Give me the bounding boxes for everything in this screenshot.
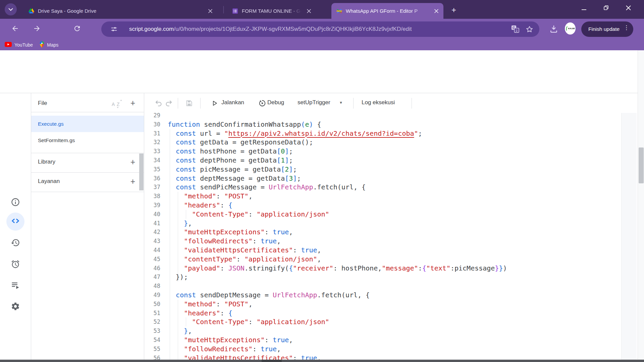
code-line[interactable]: 38 "method": "POST",	[144, 192, 637, 201]
tab-close-icon[interactable]	[433, 7, 440, 15]
line-number[interactable]: 30	[144, 120, 160, 129]
sidebar-item-overview[interactable]	[6, 194, 24, 212]
tab-close-icon[interactable]	[305, 7, 313, 15]
run-button[interactable]	[210, 99, 219, 108]
debug-label[interactable]: Debug	[267, 99, 284, 106]
line-number[interactable]: 45	[144, 255, 160, 264]
line-number[interactable]: 51	[144, 309, 160, 318]
line-number[interactable]: 39	[144, 201, 160, 210]
line-number[interactable]: 52	[144, 317, 160, 326]
file-item[interactable]: SetFormItem.gs	[31, 132, 144, 148]
code-line[interactable]: 40 "Content-Type": "application/json"	[144, 210, 637, 219]
translate-icon[interactable]: G文	[510, 24, 521, 35]
browser-tab[interactable]: WhatsApp API GForm - Editor P	[331, 3, 443, 19]
line-number[interactable]: 53	[144, 326, 160, 336]
code-line[interactable]: 39 "headers": {	[144, 201, 637, 210]
forward-button[interactable]	[32, 24, 42, 35]
browser-menu-icon[interactable]: ⋮	[624, 24, 629, 31]
code-line[interactable]: 33 const hostPhone = getData[0];	[144, 147, 637, 156]
code-line[interactable]: 32 const getData = getResponseData();	[144, 138, 637, 147]
reload-button[interactable]	[72, 24, 83, 35]
add-library-button[interactable]: +	[128, 157, 137, 167]
page-scrollbar[interactable]	[638, 50, 644, 362]
sidebar-item-project-history[interactable]	[6, 234, 24, 252]
line-number[interactable]: 34	[144, 156, 160, 165]
add-layanan-button[interactable]: +	[128, 177, 137, 186]
function-selector[interactable]: setUpTrigger	[298, 99, 330, 106]
debug-button[interactable]	[258, 99, 267, 108]
line-number[interactable]: 56	[144, 354, 160, 360]
line-number[interactable]: 38	[144, 192, 160, 201]
run-label[interactable]: Jalankan	[221, 99, 244, 106]
code-line[interactable]: 41 },	[144, 219, 637, 228]
line-number[interactable]: 43	[144, 237, 160, 246]
code-line[interactable]: 47 });	[144, 273, 637, 282]
sidebar-item-editor[interactable]	[6, 213, 24, 231]
minimize-button[interactable]	[576, 0, 592, 17]
line-number[interactable]: 36	[144, 174, 160, 183]
save-button[interactable]	[184, 99, 194, 108]
code-line[interactable]: 46 "payload": JSON.stringify({"receiver"…	[144, 264, 637, 273]
tab-search-button[interactable]	[5, 3, 17, 15]
line-number[interactable]: 49	[144, 291, 160, 300]
page-scrollbar-thumb[interactable]	[639, 147, 644, 183]
line-number[interactable]: 35	[144, 165, 160, 174]
bookmark-maps[interactable]: Maps	[40, 40, 58, 50]
code-line[interactable]: 34 const deptPhone = getData[1];	[144, 156, 637, 165]
code-line[interactable]: 56 "validateHttpsCertificates": true,	[144, 354, 637, 360]
line-number[interactable]: 32	[144, 138, 160, 147]
line-number[interactable]: 31	[144, 129, 160, 138]
avatar[interactable]: KALBE	[565, 23, 576, 34]
browser-tab[interactable]: FORM TAMU ONLINE - Google	[227, 3, 316, 19]
redo-button[interactable]	[164, 99, 173, 108]
code-line[interactable]: 55 "followRedirects": true,	[144, 345, 637, 354]
code-editor[interactable]: 2930function sendConfirmationWhatsapp(e)…	[144, 113, 637, 360]
line-number[interactable]: 50	[144, 300, 160, 309]
code-line[interactable]: 52 "Content-Type": "application/json"	[144, 317, 637, 326]
browser-tab[interactable]: Drive Saya - Google Drive	[23, 3, 217, 19]
code-line[interactable]: 29	[144, 113, 637, 120]
line-number[interactable]: 41	[144, 219, 160, 228]
line-number[interactable]: 29	[144, 113, 160, 120]
sidebar-item-settings[interactable]	[6, 298, 24, 316]
sidebar-item-triggers[interactable]	[6, 256, 24, 274]
line-number[interactable]: 55	[144, 345, 160, 354]
sidebar-item-executions[interactable]	[6, 277, 24, 295]
code-line[interactable]: 54 "muteHttpExceptions": true,	[144, 336, 637, 345]
line-number[interactable]: 44	[144, 246, 160, 255]
code-line[interactable]: 50 "method": "POST",	[144, 300, 637, 309]
bookmark-youtube[interactable]: YouTube	[5, 40, 33, 50]
new-tab-button[interactable]: +	[449, 5, 459, 15]
line-number[interactable]: 54	[144, 336, 160, 345]
line-number[interactable]: 46	[144, 264, 160, 273]
code-line[interactable]: 45 "contentType": "application/json",	[144, 255, 637, 264]
code-line[interactable]: 31 const url = "https://apiv2.whatspi.id…	[144, 129, 637, 138]
address-bar[interactable]: script.google.com/u/0/home/projects/1Ojt…	[101, 21, 539, 37]
code-line[interactable]: 48	[144, 282, 637, 291]
file-item[interactable]: Execute.gs	[31, 116, 144, 132]
line-number[interactable]: 40	[144, 210, 160, 219]
line-number[interactable]: 42	[144, 228, 160, 237]
code-line[interactable]: 36 const deptMessage = getData[3];	[144, 174, 637, 183]
site-info-icon[interactable]	[109, 24, 119, 35]
close-window-button[interactable]	[621, 0, 636, 17]
line-number[interactable]: 48	[144, 282, 160, 291]
code-line[interactable]: 35 const picMessage = getData[2];	[144, 165, 637, 174]
sort-az-icon[interactable]: AZ	[111, 100, 122, 110]
line-number[interactable]: 33	[144, 147, 160, 156]
code-line[interactable]: 43 "followRedirects": true,	[144, 237, 637, 246]
bookmark-star-icon[interactable]	[524, 24, 535, 35]
add-file-button[interactable]: +	[128, 98, 137, 108]
back-button[interactable]	[10, 24, 20, 35]
undo-button[interactable]	[154, 99, 163, 108]
line-number[interactable]: 47	[144, 273, 160, 282]
tab-close-icon[interactable]	[207, 7, 214, 15]
code-line[interactable]: 37 const sendPicMessage = UrlFetchApp.fe…	[144, 183, 637, 192]
panel-scrollbar-thumb[interactable]	[139, 154, 144, 190]
download-icon[interactable]	[548, 24, 559, 35]
code-line[interactable]: 44 "validateHttpsCertificates": true,	[144, 246, 637, 255]
code-line[interactable]: 51 "headers": {	[144, 309, 637, 318]
line-number[interactable]: 37	[144, 183, 160, 192]
chevron-down-icon[interactable]: ▼	[339, 101, 343, 105]
execution-log-button[interactable]: Log eksekusi	[362, 99, 395, 106]
